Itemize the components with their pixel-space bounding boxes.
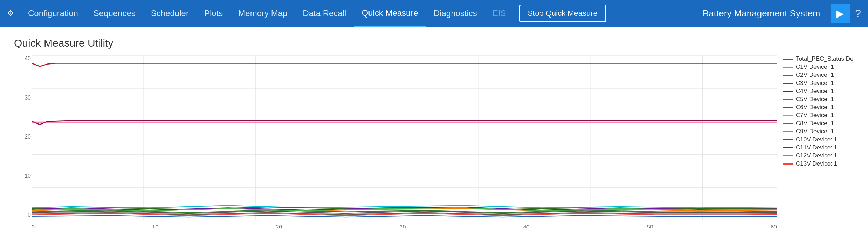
legend-item-11: C11V Device: 1 (783, 144, 854, 151)
y-axis: 40 30 20 10 0 (18, 55, 31, 218)
legend-color-11 (783, 147, 793, 148)
legend-item-12: C12V Device: 1 (783, 152, 854, 159)
legend-label-8: C8V Device: 1 (796, 120, 834, 127)
legend-item-1: C1V Device: 1 (783, 63, 854, 71)
play-button[interactable]: ▶ (831, 4, 850, 23)
x-axis: 0 10 20 30 40 50 60 (32, 224, 777, 228)
legend-label-10: C10V Device: 1 (796, 136, 837, 143)
legend-color-6 (783, 107, 793, 108)
legend-color-10 (783, 139, 793, 140)
nav-configuration[interactable]: Configuration (20, 0, 86, 27)
legend-item-7: C7V Device: 1 (783, 112, 854, 119)
legend-item-3: C3V Device: 1 (783, 80, 854, 87)
legend-label-0: Total_PEC_Status Device: 1 (796, 55, 854, 62)
navbar: ⚙ Configuration Sequences Scheduler Plot… (0, 0, 868, 27)
nav-eis: EIS (485, 0, 514, 27)
legend-item-2: C2V Device: 1 (783, 72, 854, 79)
legend-item-5: C5V Device: 1 (783, 96, 854, 103)
help-icon[interactable]: ? (855, 7, 861, 19)
x-label-10: 10 (152, 224, 158, 228)
legend-label-1: C1V Device: 1 (796, 63, 834, 71)
legend-color-3 (783, 83, 793, 84)
nav-plots[interactable]: Plots (197, 0, 230, 27)
legend-color-5 (783, 99, 793, 100)
legend-color-13 (783, 163, 793, 165)
nav-diagnostics[interactable]: Diagnostics (426, 0, 485, 27)
nav-quick-measure[interactable]: Quick Measure (354, 0, 426, 27)
x-label-0: 0 (32, 224, 35, 228)
legend-color-4 (783, 91, 793, 92)
legend-color-2 (783, 75, 793, 76)
stop-quick-measure-button[interactable]: Stop Quick Measure (519, 5, 606, 22)
legend-label-6: C6V Device: 1 (796, 104, 834, 111)
y-label-40: 40 (25, 55, 31, 62)
app-title: Battery Management System (703, 8, 820, 19)
legend-item-13: C13V Device: 1 (783, 160, 854, 167)
chart-svg (32, 55, 777, 220)
x-label-60: 60 (771, 224, 777, 228)
legend-color-8 (783, 123, 793, 124)
legend-item-0: Total_PEC_Status Device: 1 (783, 55, 854, 62)
y-label-10: 10 (25, 173, 31, 179)
legend-item-9: C9V Device: 1 (783, 128, 854, 135)
legend-label-5: C5V Device: 1 (796, 96, 834, 103)
y-label-30: 30 (25, 95, 31, 101)
legend-panel: Total_PEC_Status Device: 1C1V Device: 1C… (777, 55, 854, 228)
legend-item-8: C8V Device: 1 (783, 120, 854, 127)
legend-label-3: C3V Device: 1 (796, 80, 834, 87)
legend-item-6: C6V Device: 1 (783, 104, 854, 111)
legend-color-9 (783, 131, 793, 132)
legend-label-12: C12V Device: 1 (796, 152, 837, 159)
legend-label-4: C4V Device: 1 (796, 88, 834, 95)
x-label-30: 30 (400, 224, 406, 228)
legend-label-13: C13V Device: 1 (796, 160, 837, 167)
nav-memory-map[interactable]: Memory Map (230, 0, 295, 27)
legend-item-10: C10V Device: 1 (783, 136, 854, 143)
chart-wrapper: 40 30 20 10 0 (32, 55, 777, 218)
page-title: Quick Measure Utility (14, 37, 854, 49)
legend-label-2: C2V Device: 1 (796, 72, 834, 79)
nav-sequences[interactable]: Sequences (86, 0, 143, 27)
legend-label-7: C7V Device: 1 (796, 112, 834, 119)
chart-container: 40 30 20 10 0 (14, 55, 854, 228)
legend-color-7 (783, 115, 793, 116)
x-label-20: 20 (276, 224, 282, 228)
y-label-20: 20 (25, 134, 31, 140)
y-label-0: 0 (28, 212, 31, 218)
x-label-40: 40 (523, 224, 530, 228)
page-content: Quick Measure Utility 40 30 20 10 0 (0, 27, 868, 228)
x-label-50: 50 (647, 224, 653, 228)
chart-area (32, 55, 777, 222)
nav-data-recall[interactable]: Data Recall (295, 0, 354, 27)
legend-label-9: C9V Device: 1 (796, 128, 834, 135)
legend-color-12 (783, 155, 793, 156)
gear-icon[interactable]: ⚙ (7, 9, 14, 18)
nav-scheduler[interactable]: Scheduler (143, 0, 197, 27)
legend-color-0 (783, 59, 793, 60)
legend-label-11: C11V Device: 1 (796, 144, 837, 151)
legend-color-1 (783, 67, 793, 68)
legend-item-4: C4V Device: 1 (783, 88, 854, 95)
